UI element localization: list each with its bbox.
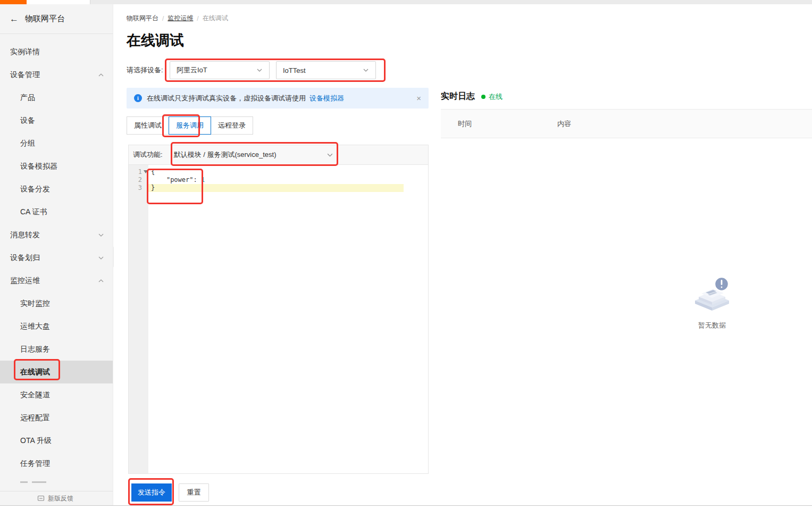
tab-service-invoke[interactable]: 服务调用 — [169, 116, 211, 135]
sidebar-item-task-management[interactable]: 任务管理 — [0, 452, 113, 475]
sidebar: ← 物联网平台 实例详情 设备管理 产品 设备 分组 设备模拟器 设备分发 CA… — [0, 4, 113, 505]
breadcrumb-separator: / — [162, 15, 164, 22]
main-content: 物联网平台 / 监控运维 / 在线调试 在线调试 请选择设备: 阿里云IoT I… — [114, 4, 812, 509]
code-line-2: "power": 1 — [148, 176, 428, 184]
tab-property-debug[interactable]: 属性调试 — [127, 116, 169, 135]
sidebar-back[interactable]: ← 物联网平台 — [0, 4, 113, 34]
debug-function-label: 调试功能: — [133, 150, 163, 160]
empty-state-label: 暂无数据 — [667, 321, 757, 330]
editor-gutter: 1 2 3 — [129, 165, 148, 473]
chevron-down-icon — [98, 255, 104, 261]
tab-remote-login[interactable]: 远程登录 — [211, 116, 253, 135]
sidebar-item-truncated — [0, 475, 113, 491]
code-line-3: } — [148, 184, 404, 192]
product-select[interactable]: 阿里云IoT — [170, 61, 270, 79]
sidebar-item-secure-tunnel[interactable]: 安全隧道 — [0, 383, 113, 406]
device-select[interactable]: IoTTest — [276, 61, 376, 79]
sidebar-item-message-forwarding[interactable]: 消息转发 — [0, 223, 113, 246]
info-icon: i — [134, 94, 142, 102]
debug-panel: 调试功能: 默认模块 / 服务测试(service_test) 1 2 3 { … — [128, 145, 429, 474]
chevron-down-icon — [98, 232, 104, 238]
chevron-up-icon — [98, 278, 104, 284]
browser-tab — [27, 0, 90, 4]
sidebar-item-ca-certificate[interactable]: CA 证书 — [0, 201, 113, 223]
device-selector-label: 请选择设备: — [127, 65, 170, 75]
sidebar-item-group[interactable]: 分组 — [0, 132, 113, 155]
gutter-line-number: 1 — [129, 168, 148, 176]
editor-text-area[interactable]: { "power": 1 } — [148, 165, 428, 473]
reset-button[interactable]: 重置 — [179, 483, 209, 502]
gutter-line-number: 2 — [129, 176, 148, 184]
product-select-value: 阿里云IoT — [177, 65, 207, 75]
sidebar-item-device-distribution[interactable]: 设备分发 — [0, 178, 113, 201]
sidebar-item-ops-dashboard[interactable]: 运维大盘 — [0, 315, 113, 338]
device-select-value: IoTTest — [283, 66, 306, 74]
feedback-icon — [37, 495, 45, 502]
info-banner: i 在线调试只支持调试真实设备，虚拟设备调试请使用 设备模拟器 × — [127, 88, 429, 109]
log-table-header: 时间 内容 — [441, 109, 812, 138]
sidebar-item-online-debug[interactable]: 在线调试 — [0, 361, 113, 383]
back-arrow-icon: ← — [10, 14, 19, 23]
screen: ← 物联网平台 实例详情 设备管理 产品 设备 分组 设备模拟器 设备分发 CA… — [0, 0, 812, 509]
breadcrumb-root[interactable]: 物联网平台 — [127, 14, 158, 23]
empty-state: 暂无数据 — [667, 273, 757, 330]
realtime-log-header: 实时日志 在线 — [441, 91, 503, 102]
sidebar-item-product[interactable]: 产品 — [0, 86, 113, 109]
banner-link-device-simulator[interactable]: 设备模拟器 — [309, 94, 344, 103]
sidebar-item-device-simulator[interactable]: 设备模拟器 — [0, 155, 113, 178]
page-title: 在线调试 — [127, 31, 184, 50]
log-column-content: 内容 — [557, 119, 571, 129]
chevron-up-icon — [98, 72, 104, 78]
debug-function-value: 默认模块 / 服务测试(service_test) — [174, 150, 277, 160]
sidebar-item-remote-config[interactable]: 远程配置 — [0, 406, 113, 429]
realtime-log-title: 实时日志 — [441, 91, 475, 102]
sidebar-item-instance-detail[interactable]: 实例详情 — [0, 40, 113, 63]
chevron-down-icon — [256, 67, 263, 73]
debug-function-row: 调试功能: 默认模块 / 服务测试(service_test) — [129, 145, 428, 165]
sidebar-nav: 实例详情 设备管理 产品 设备 分组 设备模拟器 设备分发 CA 证书 消息转发… — [0, 35, 113, 491]
sidebar-item-realtime-monitor[interactable]: 实时监控 — [0, 292, 113, 315]
sidebar-item-device-management[interactable]: 设备管理 — [0, 63, 113, 86]
sidebar-item-device-assignment[interactable]: 设备划归 — [0, 246, 113, 269]
breadcrumb-separator: / — [197, 15, 198, 22]
device-selector-row: 请选择设备: 阿里云IoT IoTTest — [127, 61, 376, 79]
chevron-down-icon — [327, 152, 333, 158]
sidebar-item-monitoring-ops[interactable]: 监控运维 — [0, 269, 113, 292]
sidebar-item-device[interactable]: 设备 — [0, 109, 113, 132]
browser-top-strip — [0, 0, 812, 4]
sidebar-title: 物联网平台 — [25, 14, 65, 24]
fold-caret-icon[interactable] — [144, 170, 148, 173]
code-editor: 1 2 3 { "power": 1 } — [129, 165, 428, 473]
close-icon[interactable]: × — [416, 94, 421, 102]
banner-message: 在线调试只支持调试真实设备，虚拟设备调试请使用 — [147, 94, 306, 103]
online-status-label: 在线 — [489, 92, 503, 102]
page-bottom-divider — [0, 505, 812, 506]
breadcrumb-current: 在线调试 — [203, 14, 228, 23]
debug-function-select[interactable]: 默认模块 / 服务测试(service_test) — [174, 150, 333, 160]
online-status-dot — [481, 95, 485, 99]
breadcrumb: 物联网平台 / 监控运维 / 在线调试 — [127, 14, 228, 23]
sidebar-item-log-service[interactable]: 日志服务 — [0, 338, 113, 361]
sidebar-item-ota-upgrade[interactable]: OTA 升级 — [0, 429, 113, 452]
browser-tab-accent — [0, 0, 27, 4]
no-data-icon — [692, 273, 732, 312]
feedback-bar[interactable]: 新版反馈 — [0, 491, 113, 505]
code-line-1: { — [148, 168, 428, 176]
chevron-down-icon — [363, 67, 369, 73]
feedback-label: 新版反馈 — [48, 494, 73, 503]
log-column-time: 时间 — [458, 119, 557, 129]
debug-tabs: 属性调试 服务调用 远程登录 — [127, 116, 253, 135]
send-command-button[interactable]: 发送指令 — [131, 483, 172, 502]
breadcrumb-section[interactable]: 监控运维 — [168, 14, 193, 23]
gutter-line-number: 3 — [129, 184, 148, 192]
